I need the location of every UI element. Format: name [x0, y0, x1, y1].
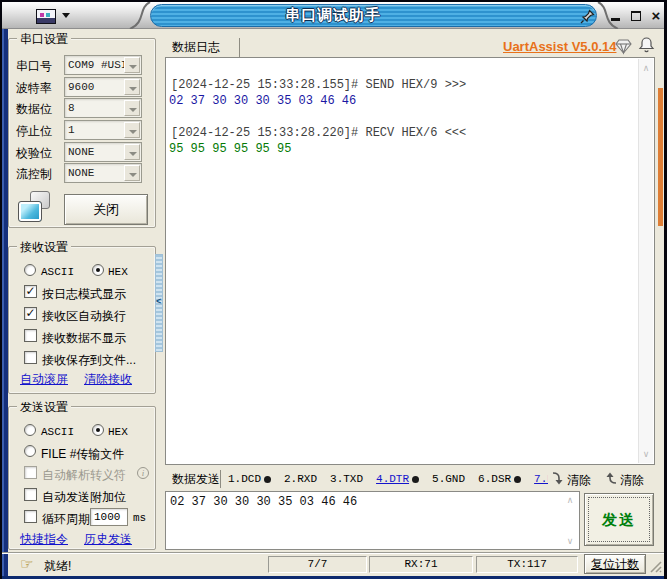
- data-log-area[interactable]: [2024-12-25 15:33:28.155]# SEND HEX/9 >>…: [165, 57, 655, 465]
- auto-wrap-checkbox[interactable]: ✓: [24, 307, 37, 320]
- minimize-button[interactable]: [608, 8, 624, 24]
- pin-icon[interactable]: [580, 8, 596, 24]
- version-link[interactable]: UartAssist V5.0.14: [503, 39, 616, 54]
- log-mode-label[interactable]: 按日志模式显示: [42, 286, 126, 303]
- pin-dcd: 1.DCD: [228, 473, 271, 485]
- baud-combo[interactable]: 9600: [64, 77, 142, 97]
- pin-ri[interactable]: 7.RI: [534, 473, 548, 485]
- reset-count-button[interactable]: 复位计数: [584, 554, 646, 574]
- resize-grip[interactable]: [648, 559, 663, 574]
- databits-combo[interactable]: 8: [64, 98, 142, 118]
- baud-combo-button[interactable]: [124, 79, 140, 95]
- maximize-button[interactable]: [628, 8, 644, 24]
- scroll-down-icon[interactable]: ∨: [564, 536, 576, 546]
- log-scrollbar[interactable]: ∧ ∨: [638, 59, 653, 463]
- log-mode-checkbox[interactable]: ✓: [24, 285, 37, 298]
- save-to-file-label[interactable]: 接收保存到文件...: [42, 352, 136, 369]
- stopbits-combo[interactable]: 1: [64, 120, 142, 140]
- shortcut-commands-link[interactable]: 快捷指令: [20, 531, 68, 548]
- port-combo[interactable]: COM9 #USI: [64, 55, 142, 75]
- send-file-radio[interactable]: [24, 445, 36, 457]
- recv-ascii-radio[interactable]: [24, 264, 36, 276]
- send-data-field-wrap: 02 37 30 30 30 35 03 46 46 ∧ ∨: [165, 491, 580, 550]
- cycle-checkbox[interactable]: [24, 510, 37, 523]
- send-hex-label[interactable]: HEX: [108, 426, 128, 438]
- tab-divider: [220, 470, 221, 488]
- tab-data-log[interactable]: 数据日志: [172, 39, 220, 56]
- cycle-period-input[interactable]: [90, 508, 128, 526]
- serial-pin-indicators: 1.DCD 2.RXD 3.TXD 4.DTR 5.GND 6.DSR 7.RI: [228, 471, 548, 487]
- save-to-file-checkbox[interactable]: [24, 351, 37, 364]
- send-ascii-radio[interactable]: [24, 424, 36, 436]
- status-hand-icon: ☞: [20, 555, 33, 573]
- recv-hex-label[interactable]: HEX: [108, 266, 128, 278]
- port-value: COM9 #USI: [68, 59, 124, 71]
- hide-recv-label[interactable]: 接收数据不显示: [42, 330, 126, 347]
- auto-escape-checkbox: [24, 466, 37, 479]
- pin-dot-icon: [412, 476, 419, 483]
- pin-dot-icon: [514, 476, 521, 483]
- scroll-up-icon[interactable]: ∧: [639, 63, 653, 73]
- chevron-down-icon: [129, 130, 137, 134]
- chevron-down-icon: [129, 87, 137, 91]
- statusbar-divider: [2, 552, 664, 554]
- clear-send-button[interactable]: 清除: [567, 472, 591, 489]
- close-port-button[interactable]: 关闭: [64, 194, 148, 225]
- pin-txd: 3.TXD: [330, 473, 363, 485]
- flowctrl-label: 流控制: [16, 166, 52, 183]
- auto-wrap-label[interactable]: 接收区自动换行: [42, 308, 126, 325]
- baud-label: 波特率: [16, 80, 52, 97]
- parity-label: 校验位: [16, 145, 52, 162]
- diamond-icon[interactable]: [615, 39, 632, 54]
- databits-combo-button[interactable]: [124, 100, 140, 116]
- recv-hex-radio[interactable]: [92, 264, 104, 276]
- hide-recv-checkbox[interactable]: [24, 329, 37, 342]
- pin-dtr[interactable]: 4.DTR: [376, 473, 419, 485]
- send-button[interactable]: 发送: [584, 493, 654, 546]
- stopbits-combo-button[interactable]: [124, 122, 140, 138]
- send-file-label[interactable]: FILE #传输文件: [41, 446, 124, 463]
- log-entry-header: [2024-12-25 15:33:28.220]# RECV HEX/6 <<…: [171, 126, 466, 140]
- right-edge-panel-handle[interactable]: [658, 88, 663, 226]
- pin-gnd: 5.GND: [432, 473, 465, 485]
- stopbits-value: 1: [68, 124, 124, 136]
- cycle-label[interactable]: 循环周期: [42, 511, 90, 528]
- clear-receive-link[interactable]: 清除接收: [84, 371, 132, 388]
- send-hex-radio[interactable]: [92, 424, 104, 436]
- chevron-down-icon: [129, 152, 137, 156]
- flowctrl-value: NONE: [68, 167, 124, 179]
- parity-combo-button[interactable]: [124, 144, 140, 160]
- status-frame-count: 7/7: [268, 556, 367, 573]
- auto-append-label[interactable]: 自动发送附加位: [42, 489, 126, 506]
- titlebar[interactable]: 串口调试助手 ×: [2, 2, 664, 29]
- close-window-button[interactable]: ×: [648, 8, 664, 24]
- history-send-link[interactable]: 历史发送: [84, 531, 132, 548]
- port-label: 串口号: [16, 58, 52, 75]
- bell-icon[interactable]: [638, 36, 655, 54]
- window-title: 串口调试助手: [2, 6, 664, 25]
- scroll-up-icon[interactable]: ∧: [564, 495, 576, 505]
- scroll-down-icon[interactable]: ∨: [639, 449, 653, 459]
- flowctrl-combo-button[interactable]: [124, 165, 140, 181]
- chevron-down-icon: [129, 65, 137, 69]
- send-data-input[interactable]: 02 37 30 30 30 35 03 46 46: [166, 492, 579, 549]
- cycle-unit-label: ms: [133, 512, 146, 524]
- auto-scroll-link[interactable]: 自动滚屏: [20, 371, 68, 388]
- recv-ascii-label[interactable]: ASCII: [41, 266, 74, 278]
- auto-append-checkbox[interactable]: [24, 488, 37, 501]
- clear-send-arrow-icon[interactable]: [551, 470, 565, 486]
- panel-collapse-splitter[interactable]: <: [155, 254, 163, 352]
- send-ascii-label[interactable]: ASCII: [41, 426, 74, 438]
- clear-recv-button[interactable]: 清除: [620, 472, 644, 489]
- tab-divider: [239, 38, 240, 57]
- parity-combo[interactable]: NONE: [64, 142, 142, 162]
- flowctrl-combo[interactable]: NONE: [64, 163, 142, 183]
- info-icon[interactable]: i: [137, 467, 149, 479]
- tab-data-send[interactable]: 数据发送: [172, 471, 220, 488]
- pin-dot-icon: [264, 476, 271, 483]
- status-ready-text: 就绪!: [44, 558, 71, 575]
- receive-settings-title: 接收设置: [17, 239, 71, 256]
- port-combo-button[interactable]: [124, 57, 140, 73]
- status-tx-count: TX:117: [476, 556, 578, 573]
- clear-recv-arrow-icon[interactable]: [604, 470, 618, 486]
